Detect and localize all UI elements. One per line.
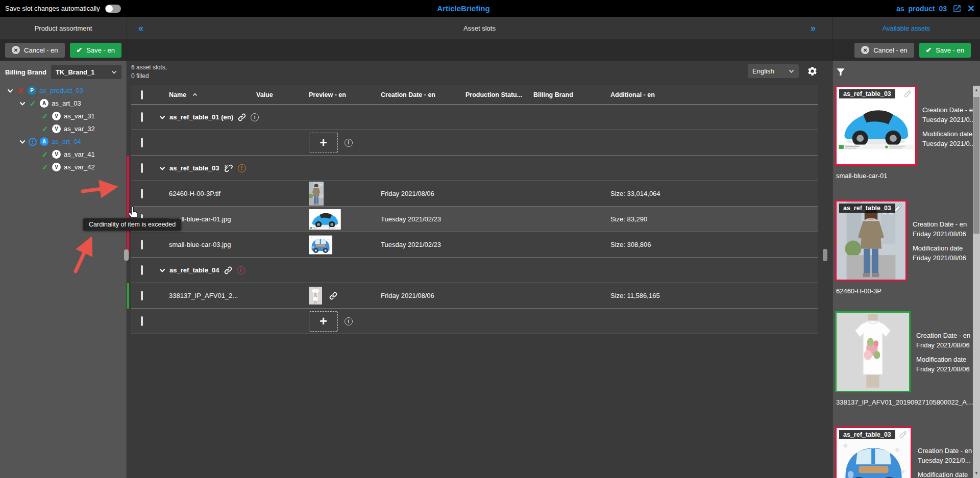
chevron-down-icon[interactable]	[19, 139, 26, 145]
asset-thumbnail-tshirt[interactable]	[309, 285, 322, 306]
preview-cell	[309, 285, 381, 306]
warning-icon: !	[238, 164, 246, 172]
tree-item-as_art_03[interactable]: ✓Aas_art_03	[0, 97, 127, 110]
left-panel-actions: ✕ Cancel - en ✔ Save - en	[0, 39, 127, 61]
tree-item-label: as_var_41	[64, 150, 95, 158]
chevron-down-icon[interactable]	[159, 165, 165, 171]
column-header-creation-date-en[interactable]: Creation Date - en	[381, 91, 465, 98]
chevron-down-icon[interactable]	[19, 100, 26, 107]
empty-slot-row[interactable]: +i	[131, 309, 818, 334]
left-scrollbar-thumb[interactable]	[124, 249, 129, 261]
row-checkbox[interactable]	[141, 163, 143, 173]
edit-pencil-icon[interactable]	[904, 90, 912, 97]
open-external-icon[interactable]	[952, 4, 962, 13]
preview-cell	[309, 209, 381, 230]
meta-line: Tuesday 2021/0...	[922, 139, 976, 148]
select-all-checkbox[interactable]	[141, 90, 143, 99]
empty-slot-row[interactable]: +i	[131, 130, 818, 156]
meta-gap	[916, 350, 970, 355]
language-select[interactable]: English	[748, 64, 799, 78]
tree-item-as_var_42[interactable]: ✓Vas_var_42	[0, 161, 127, 173]
asset-card: as_ref_table_03Creation Date - enTuesday…	[835, 426, 970, 478]
row-checkbox[interactable]	[141, 265, 143, 275]
asset-row[interactable]: 338137_IP_AFV01_2...Friday 2021/08/06Siz…	[131, 283, 818, 309]
tree-item-as_art_04[interactable]: !Aas_art_04	[0, 135, 127, 148]
scroll-down-icon[interactable]: ▼	[973, 470, 980, 477]
asset-row[interactable]: small-blue-car-01.jpgTuesday 2021/02/23S…	[131, 207, 818, 232]
cardinality-tooltip: Cardinality of item is exceeded	[83, 218, 181, 231]
row-checkbox[interactable]	[141, 189, 143, 198]
meta-gap	[922, 124, 976, 129]
link-icon	[329, 291, 338, 300]
asset-card-image[interactable]	[835, 311, 911, 392]
chevron-down-icon[interactable]	[159, 114, 165, 120]
autosave-toggle[interactable]	[105, 5, 121, 13]
save-button[interactable]: ✔ Save - en	[919, 43, 971, 58]
add-asset-button[interactable]: +	[309, 311, 338, 332]
asset-row[interactable]: small-blue-car-03.jpgTuesday 2021/02/23S…	[131, 232, 818, 258]
right-scrollbar[interactable]: ▲ ▼	[973, 86, 980, 478]
group-row-as_ref_table_04[interactable]: as_ref_table_04i	[131, 258, 818, 283]
collapse-right-icon[interactable]: »	[811, 23, 816, 34]
edit-pencil-icon[interactable]	[894, 204, 902, 212]
meta-gap	[913, 239, 967, 243]
cancel-button[interactable]: ✕ Cancel - en	[5, 43, 64, 58]
tree-item-as_product_03[interactable]: ✕Pas_product_03	[0, 84, 127, 97]
asset-card-image[interactable]: as_ref_table_03	[835, 426, 912, 478]
asset-thumbnail-car-vintage[interactable]	[309, 235, 332, 255]
tree-item-as_var_41[interactable]: ✓Vas_var_41	[0, 148, 127, 161]
column-header-label: Creation Date - en	[381, 91, 435, 98]
tree-item-as_var_32[interactable]: ✓Vas_var_32	[0, 122, 127, 135]
column-header-name[interactable]: Name	[159, 91, 256, 98]
asset-row[interactable]: 62460-H-00-3P.tifFriday 2021/08/06Size: …	[131, 181, 818, 207]
chevron-down-icon[interactable]	[159, 267, 165, 273]
column-header-value[interactable]: Value	[256, 91, 309, 98]
column-header-additional-en[interactable]: Additional - en	[610, 91, 818, 98]
row-checkbox[interactable]	[141, 316, 143, 326]
edit-pencil-icon[interactable]	[899, 431, 907, 438]
group-row-as_ref_table_03[interactable]: as_ref_table_03!	[131, 156, 818, 181]
group-row-content: as_ref_table_03!	[159, 164, 246, 173]
filter-icon[interactable]	[836, 67, 846, 77]
row-checkbox[interactable]	[141, 291, 143, 300]
additional-cell: Size: 83,290	[610, 215, 818, 223]
meta-line: Modification date	[922, 129, 976, 139]
chevron-down-icon[interactable]	[7, 88, 13, 94]
add-asset-button[interactable]: +	[309, 133, 338, 153]
asset-card: as_ref_table_03Creation Date - enFriday …	[835, 200, 970, 281]
asset-card-image[interactable]: as_ref_table_03	[835, 200, 907, 281]
column-header-production-statu-[interactable]: Production Statu...	[465, 91, 533, 98]
billing-brand-value: TK_Brand_1	[56, 68, 95, 76]
column-header-preview-en[interactable]: Preview - en	[309, 91, 381, 98]
asset-thumbnail-woman[interactable]	[309, 182, 324, 206]
scroll-up-icon[interactable]: ▲	[973, 87, 980, 94]
link-icon	[224, 266, 233, 275]
row-checkbox[interactable]	[141, 240, 143, 249]
group-name: as_ref_table_01 (en)	[169, 113, 233, 121]
scrollbar-thumb[interactable]	[973, 97, 979, 234]
asset-thumbnail-car-sport[interactable]	[309, 209, 341, 230]
additional-cell: Size: 33,014,064	[610, 190, 818, 197]
billing-brand-select[interactable]: TK_Brand_1	[51, 65, 121, 79]
center-scrollbar-thumb[interactable]	[823, 249, 827, 261]
billing-brand-label: Billing Brand	[5, 68, 46, 76]
right-panel-actions: ✕ Cancel - en ✔ Save - en	[832, 39, 980, 61]
meta-line: Creation Date - en	[913, 219, 967, 229]
cardinality-stripe-red	[127, 156, 129, 181]
row-checkbox[interactable]	[141, 138, 143, 147]
collapse-left-icon[interactable]: «	[138, 23, 143, 34]
gear-icon[interactable]	[807, 66, 818, 77]
billing-brand-row: Billing Brand TK_Brand_1	[0, 65, 127, 79]
group-row-as_ref_table_01en[interactable]: as_ref_table_01 (en)i	[131, 105, 818, 130]
cancel-button[interactable]: ✕ Cancel - en	[854, 43, 914, 58]
tree-item-as_var_31[interactable]: ✓Vas_var_31	[0, 110, 127, 122]
column-header-billing-brand[interactable]: Billing Brand	[533, 91, 610, 98]
close-icon[interactable]	[967, 5, 975, 12]
row-checkbox[interactable]	[141, 112, 143, 122]
type-badge-v: V	[52, 150, 61, 159]
creation-date-cell: Tuesday 2021/02/23	[381, 241, 465, 248]
asset-card-meta: Creation Date - enTuesday 2021/0...Modif…	[918, 446, 972, 478]
asset-card-image[interactable]: as_ref_table_03	[835, 86, 917, 166]
save-button[interactable]: ✔ Save - en	[70, 43, 121, 58]
tree-item-label: as_var_32	[64, 125, 95, 133]
